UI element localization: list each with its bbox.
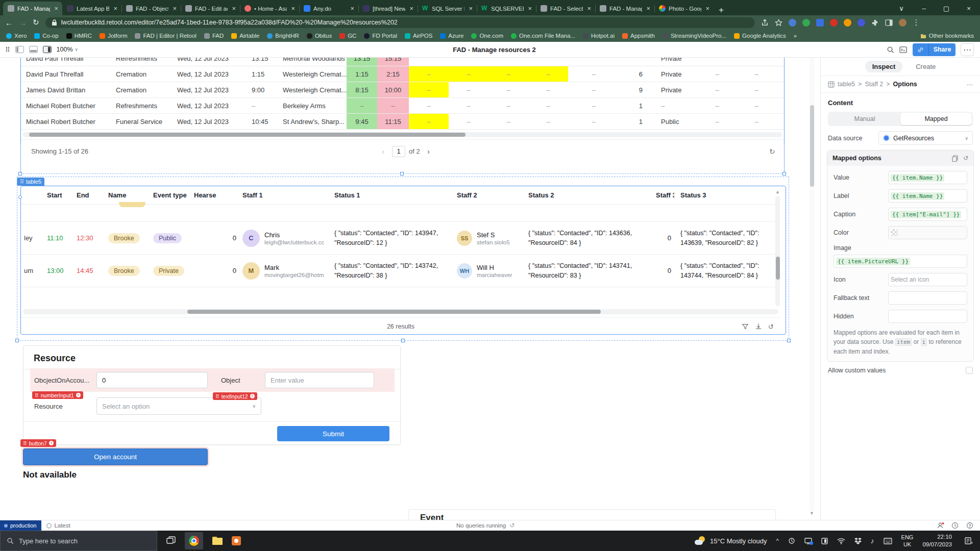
browser-tab[interactable]: WSQLSERVER T× xyxy=(477,2,536,15)
table-row[interactable]: ley 11:10 12:30 Brooke Public 0 CChrisle… xyxy=(21,222,780,255)
tray-icon[interactable] xyxy=(788,537,795,544)
extension-icon[interactable] xyxy=(816,19,824,27)
resize-handle[interactable] xyxy=(18,172,22,176)
value-input[interactable]: {{ item.Name }} xyxy=(888,171,967,184)
bookmark-star-icon[interactable] xyxy=(775,19,782,27)
forward-button[interactable]: → xyxy=(19,18,27,27)
tab-close-icon[interactable]: × xyxy=(527,5,533,12)
tray-icon[interactable] xyxy=(804,538,812,544)
staff-table[interactable]: Start End Name Event type Hearse Staff 1… xyxy=(20,186,786,335)
toggle-right-panel-button[interactable] xyxy=(43,46,52,53)
browser-menu-icon[interactable]: ⋮ xyxy=(913,18,920,27)
tab-close-icon[interactable]: × xyxy=(349,5,355,12)
scrollbar-thumb[interactable] xyxy=(29,133,465,137)
refresh-icon[interactable]: ↺ xyxy=(509,522,514,529)
data-source-select[interactable]: GetResources ∨ xyxy=(878,131,973,145)
column-header[interactable]: Name xyxy=(105,191,150,199)
bookmark-item[interactable]: One.com xyxy=(471,33,503,39)
open-account-button[interactable]: Open account xyxy=(23,448,208,465)
scroll-down-icon[interactable]: ▼ xyxy=(810,511,814,516)
column-header[interactable]: Status 3 xyxy=(674,191,776,199)
bookmark-item[interactable]: One.com File Mana... xyxy=(511,33,575,39)
icon-input[interactable]: Select an icon xyxy=(888,273,967,286)
tab-close-icon[interactable]: × xyxy=(112,5,118,12)
debug-console-icon[interactable] xyxy=(899,46,908,54)
touch-keyboard-icon[interactable] xyxy=(884,538,892,544)
editor-overflow-menu[interactable]: ⋯ xyxy=(961,43,974,56)
events-table[interactable]: David Paul ThrelfallRefreshments Wed, 12… xyxy=(20,58,785,174)
url-bar[interactable]: lwclutterbuckltd.retool.com/editor/7e25a… xyxy=(45,17,755,28)
browser-tab[interactable]: FAD - Manag× xyxy=(595,2,654,15)
browser-tab[interactable]: • Home - Asa× xyxy=(240,2,299,15)
tab-close-icon[interactable]: × xyxy=(172,5,178,12)
component-tag-table5[interactable]: ⠿table5 xyxy=(17,178,44,186)
bookmark-item[interactable]: FAD xyxy=(204,33,224,39)
other-bookmarks-button[interactable]: Other bookmarks xyxy=(920,33,974,39)
bookmark-item[interactable]: GC xyxy=(339,33,356,39)
browser-tab[interactable]: Photo - Goog× xyxy=(654,2,714,15)
canvas-zoom-select[interactable]: 100%∨ xyxy=(57,46,79,53)
scrollbar-thumb[interactable] xyxy=(776,257,780,280)
bookmark-item[interactable]: Airtable xyxy=(231,33,259,39)
pinned-app-button[interactable] xyxy=(232,536,241,545)
submit-button[interactable]: Submit xyxy=(277,426,389,441)
browser-tab[interactable]: Any.do× xyxy=(299,2,358,15)
tab-close-icon[interactable]: × xyxy=(645,5,651,12)
bookmark-item[interactable]: Appsmith xyxy=(622,33,655,39)
clock-widget[interactable]: 22:1009/07/2023 xyxy=(922,533,952,548)
notification-center-button[interactable] xyxy=(965,537,973,544)
share-button[interactable]: Share xyxy=(929,43,955,56)
editor-menu-icon[interactable]: ⠿ xyxy=(5,46,10,54)
release-version[interactable]: Latest xyxy=(41,522,70,529)
extension-icon[interactable] xyxy=(844,19,851,27)
extensions-puzzle-icon[interactable] xyxy=(871,19,879,27)
scrollbar-thumb[interactable] xyxy=(810,105,814,187)
bookmark-item[interactable]: Obitus xyxy=(307,33,332,39)
bookmark-item[interactable]: FD Portal xyxy=(364,33,397,39)
tab-close-icon[interactable]: × xyxy=(586,5,592,12)
browser-tab[interactable]: WSQL Server FC× xyxy=(418,2,477,15)
environment-badge[interactable]: production xyxy=(0,520,41,531)
extension-icon[interactable] xyxy=(802,19,810,27)
text-input[interactable]: Enter value xyxy=(265,372,374,388)
download-icon[interactable] xyxy=(755,323,762,330)
horizontal-scrollbar[interactable] xyxy=(23,132,782,137)
share-link-button[interactable] xyxy=(913,43,929,56)
bookmark-item[interactable]: HMRC xyxy=(66,33,92,39)
weather-widget[interactable]: 15°C Mostly cloudy xyxy=(695,536,767,545)
column-header[interactable]: Status 1 xyxy=(331,191,454,199)
table-row[interactable]: Michael Robert ButcherFuneral Service We… xyxy=(21,114,785,130)
tab-inspect[interactable]: Inspect xyxy=(865,61,903,72)
table-row[interactable]: um 13:00 14:45 Brooke Private 0 MMarkmov… xyxy=(21,255,780,287)
bookmark-item[interactable]: Jotform xyxy=(100,33,127,39)
new-tab-button[interactable]: + xyxy=(719,5,724,15)
help-icon[interactable] xyxy=(966,522,973,529)
table-row[interactable]: David Paul ThrelfallCremation Wed, 12 Ju… xyxy=(21,66,785,82)
browser-tab[interactable]: FAD - Manage× xyxy=(3,2,62,15)
prev-page-button[interactable]: ‹ xyxy=(382,147,384,156)
task-view-button[interactable] xyxy=(166,536,176,545)
resize-handle[interactable] xyxy=(18,195,22,199)
window-restore-button[interactable]: ▢ xyxy=(935,2,958,15)
browser-tab[interactable]: FAD - Edit acc× xyxy=(181,2,240,15)
taskbar-search-box[interactable]: Type here to search xyxy=(0,531,157,551)
resize-handle[interactable] xyxy=(401,339,405,342)
debug-users-icon[interactable] xyxy=(937,522,944,529)
next-page-button[interactable]: › xyxy=(427,147,430,156)
resize-handle[interactable] xyxy=(15,339,19,342)
bookmark-item[interactable]: Google Analytics xyxy=(734,33,786,39)
resize-handle[interactable] xyxy=(782,172,786,176)
column-header[interactable]: Staff 1 xyxy=(239,191,331,199)
component-tag-button7[interactable]: ⠿button7! xyxy=(20,439,56,447)
breadcrumb-menu-icon[interactable]: ⋯ xyxy=(967,81,973,88)
toggle-manual[interactable]: Manual xyxy=(829,113,900,125)
column-header[interactable]: Staff 3 xyxy=(653,191,674,199)
reload-button[interactable]: ↻ xyxy=(33,18,39,27)
scroll-up-icon[interactable]: ▲ xyxy=(775,189,780,194)
copy-icon[interactable] xyxy=(952,155,958,162)
extension-icon[interactable] xyxy=(857,19,865,27)
resize-handle[interactable] xyxy=(400,172,404,176)
breadcrumb-options[interactable]: Options xyxy=(893,81,917,88)
tab-close-icon[interactable]: × xyxy=(53,5,59,12)
breadcrumb-table5[interactable]: table5 xyxy=(838,81,855,88)
